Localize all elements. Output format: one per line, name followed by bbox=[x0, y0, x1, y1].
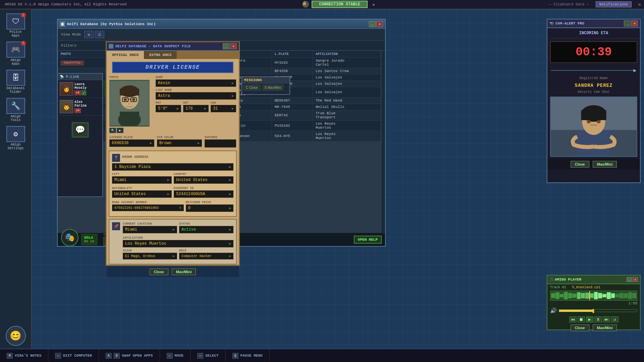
grid-view-btn[interactable]: ⊞ bbox=[84, 31, 94, 38]
view-mode-label: View Mode bbox=[61, 33, 81, 37]
photo-zoom-btn[interactable]: 🔍 bbox=[109, 128, 116, 133]
age-nav[interactable]: ▶ bbox=[232, 107, 234, 111]
license-plate-field[interactable]: 6XHG938 ▶ bbox=[109, 139, 154, 147]
hgt-nav[interactable]: ▶ bbox=[177, 107, 179, 111]
player-close-footer-btn[interactable]: Close bbox=[571, 324, 589, 331]
bottombar-move[interactable]: — MOVE bbox=[160, 349, 191, 362]
role-nav[interactable]: ▶ bbox=[229, 254, 231, 258]
missions-maxmini-btn[interactable]: S Max/Mini bbox=[262, 85, 283, 90]
retainer-field[interactable]: 0 ▶ bbox=[186, 204, 233, 212]
cam-maxmini-btn[interactable]: Max/Mini bbox=[593, 161, 617, 168]
bottombar-notes[interactable]: M VIDA'S NOTES bbox=[0, 349, 48, 362]
player-pause-btn[interactable]: ⏸ bbox=[594, 316, 602, 322]
wgt-nav[interactable]: ▶ bbox=[204, 107, 206, 111]
alias-nav[interactable]: ▶ bbox=[173, 254, 175, 258]
notes-key: M bbox=[7, 353, 13, 359]
license-nav[interactable]: ▶ bbox=[150, 141, 152, 145]
sidebar-item-databases[interactable]: 🗄 Databasesfolder bbox=[2, 68, 29, 95]
last-name-field[interactable]: Astra ▶ bbox=[156, 92, 236, 100]
sidebar-item-amigo-apps[interactable]: 🎮 ! AmigoApps bbox=[2, 40, 29, 67]
cam-nav-icon[interactable]: ▶ bbox=[633, 67, 637, 74]
cam-close-btn[interactable]: ✕ bbox=[631, 20, 638, 26]
notifications-panel[interactable]: Notifications bbox=[596, 1, 632, 7]
eye-color-field[interactable]: Brown ▶ bbox=[157, 139, 202, 147]
suspect-close-footer-btn[interactable]: Close bbox=[150, 268, 168, 275]
player-minimize-btn[interactable]: _ bbox=[627, 277, 632, 282]
country-nav[interactable]: ▶ bbox=[229, 178, 231, 182]
passport-field[interactable]: 524412460USA ▶ bbox=[174, 190, 233, 198]
bottombar-pause[interactable]: Q PAUSE MENU bbox=[226, 349, 270, 362]
sidebar-item-police-apps[interactable]: 🛡 ! PoliceApps bbox=[2, 12, 29, 39]
suspect-minimize-btn[interactable]: _ bbox=[223, 43, 229, 49]
cam-minimize-btn[interactable]: _ bbox=[624, 20, 631, 26]
delfi-title: Delfi Database (by Pythia Solutions Inc) bbox=[67, 22, 156, 26]
player-progress-bar[interactable] bbox=[559, 309, 637, 312]
waveform-bar bbox=[560, 294, 564, 297]
hgt-field[interactable]: 5'9" ▶ bbox=[156, 105, 181, 112]
name-field[interactable]: Kevin ▶ bbox=[156, 79, 236, 87]
player-maxmini-btn[interactable]: Max/Mini bbox=[593, 324, 617, 331]
tab-extra-docs[interactable]: EXTRA DOCS bbox=[144, 51, 177, 59]
role-field[interactable]: Computer Hacker ▶ bbox=[179, 253, 233, 259]
nationality-field[interactable]: United States ▶ bbox=[112, 190, 172, 198]
databases-icon: 🗄 bbox=[12, 73, 19, 82]
wgt-field[interactable]: 178 ▶ bbox=[183, 105, 209, 112]
photo-nav-btn[interactable]: ▶ bbox=[117, 128, 123, 133]
tab-official-docs[interactable]: OFFICAL DOCS bbox=[107, 51, 144, 59]
suspect-close-btn[interactable]: ✕ bbox=[230, 43, 237, 49]
list-view-btn[interactable]: ☰ bbox=[95, 31, 104, 38]
passport-nav[interactable]: ▶ bbox=[229, 192, 231, 196]
location-nav[interactable]: ▶ bbox=[173, 228, 175, 232]
status-nav[interactable]: ▶ bbox=[229, 228, 231, 232]
sidebar-item-amigo-settings[interactable]: ⚙ AmigoSettings bbox=[2, 125, 29, 152]
address-field[interactable]: 1 Bayside Plaza ▶ bbox=[112, 163, 233, 171]
contact-2[interactable]: 👨 AlexFarina x0 bbox=[58, 98, 102, 116]
player-volume-btn[interactable]: 🔊 bbox=[550, 307, 557, 314]
delfi-window-icon: 📋 bbox=[60, 21, 65, 27]
contact-1[interactable]: 👩 LauraMosely x0 ✓ HeyCOPEmanage is? bbox=[58, 80, 102, 98]
suspect-maxmini-btn[interactable]: Max/Mini bbox=[172, 268, 196, 275]
open-help-btn[interactable]: OPEN HELP bbox=[354, 236, 382, 244]
delfi-minimize-btn[interactable]: _ bbox=[369, 21, 376, 27]
name-nav[interactable]: ▶ bbox=[232, 81, 234, 85]
waveform-bar bbox=[564, 292, 568, 299]
player-next-btn[interactable]: ⏭ bbox=[603, 316, 610, 322]
retainer-nav[interactable]: ▶ bbox=[229, 206, 231, 210]
last-name-nav[interactable]: ▶ bbox=[232, 94, 234, 98]
player-waveform[interactable] bbox=[550, 291, 637, 301]
bottombar-select[interactable]: — SELECT bbox=[191, 349, 226, 362]
db-scrollbar[interactable] bbox=[381, 51, 385, 246]
player-repeat-btn[interactable]: ↺ bbox=[611, 316, 619, 322]
eye-nav[interactable]: ▶ bbox=[198, 141, 200, 145]
delfi-close-btn[interactable]: ✕ bbox=[376, 21, 383, 27]
dl-section: DRIVER LICENSE bbox=[107, 62, 239, 73]
player-close-btn[interactable]: ✕ bbox=[633, 277, 638, 282]
status-field[interactable]: Active ▶ bbox=[179, 226, 233, 233]
city-nav[interactable]: ▶ bbox=[167, 178, 169, 182]
nationality-nav[interactable]: ▶ bbox=[167, 192, 169, 196]
bottombar-swap[interactable]: A D SWAP OPEN APPS bbox=[99, 349, 160, 362]
age-field[interactable]: 31 ▶ bbox=[211, 105, 236, 112]
sidebar-item-amigo-tools[interactable]: 🔧 AmigoTools bbox=[2, 97, 29, 123]
dl-photo-area: PHOTO bbox=[109, 76, 153, 133]
player-stop-btn[interactable]: ⏹ bbox=[578, 316, 585, 322]
arrow-btn[interactable]: ▶ bbox=[370, 2, 378, 7]
country-field[interactable]: United States ▶ bbox=[174, 176, 233, 184]
affiliation-field[interactable]: Los Reyes Muertos ▶ bbox=[123, 240, 233, 247]
bank-field[interactable]: 675922201-095278801003 ⊞ bbox=[112, 204, 184, 211]
avatar-area: 😊 bbox=[6, 326, 26, 346]
bottombar-exit[interactable]: — EXIT COMPUTER bbox=[48, 349, 99, 362]
location-field[interactable]: Miami ▶ bbox=[123, 226, 177, 233]
affiliation-nav[interactable]: ▶ bbox=[229, 242, 231, 246]
alias-field[interactable]: El Mago, Erebus ▶ bbox=[123, 253, 177, 259]
address-nav[interactable]: ▶ bbox=[229, 165, 231, 169]
bank-nav[interactable]: ⊞ bbox=[179, 206, 181, 210]
cam-person-name: SANDRA PEREZ bbox=[547, 81, 640, 89]
dl-fields: NAME Kevin ▶ LAST NAME Astra ▶ HGT 5'9" bbox=[156, 76, 236, 133]
player-prev-btn[interactable]: ⏮ bbox=[569, 316, 577, 322]
player-play-btn[interactable]: ▶ bbox=[586, 316, 593, 322]
city-field[interactable]: Miami ▶ bbox=[112, 176, 172, 184]
missions-close-btn[interactable]: C Close bbox=[244, 85, 260, 90]
databases-label: Databasesfolder bbox=[6, 86, 24, 94]
cam-close-footer-btn[interactable]: Close bbox=[571, 161, 589, 168]
